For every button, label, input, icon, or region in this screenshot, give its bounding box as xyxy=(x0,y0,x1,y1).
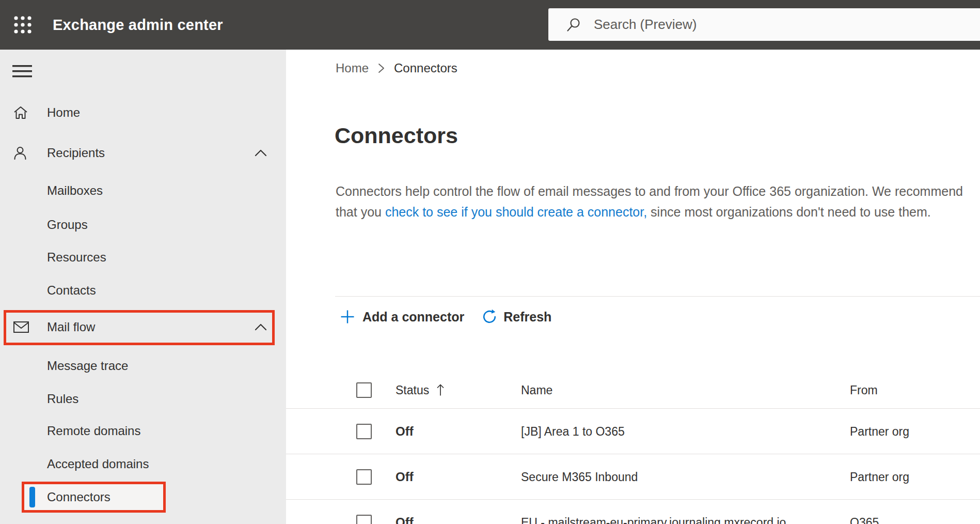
sidebar-item-message-trace[interactable]: Message trace xyxy=(0,349,286,382)
home-icon xyxy=(13,105,28,120)
row-name[interactable]: Secure M365 Inbound xyxy=(521,470,638,484)
row-checkbox[interactable] xyxy=(356,469,372,485)
row-name[interactable]: [JB] Area 1 to O365 xyxy=(521,424,625,438)
waffle-icon xyxy=(13,15,33,35)
create-connector-check-link[interactable]: check to see if you should create a conn… xyxy=(385,205,647,219)
toolbar-divider xyxy=(335,296,980,297)
breadcrumb-current: Connectors xyxy=(394,61,457,75)
sidebar-item-accepted-domains[interactable]: Accepted domains xyxy=(0,448,286,481)
row-name[interactable]: EU - mailstream-eu-primary.journaling.mx… xyxy=(521,515,786,524)
sort-ascending-icon xyxy=(436,383,445,397)
refresh-icon xyxy=(482,309,497,325)
page-description: Connectors help control the flow of emai… xyxy=(336,181,967,222)
sidebar-item-home[interactable]: Home xyxy=(0,96,286,129)
top-bar: Exchange admin center Search (Preview) xyxy=(0,0,980,50)
sidebar-item-remote-domains[interactable]: Remote domains xyxy=(0,414,286,448)
column-header-label: Status xyxy=(396,383,429,397)
sidebar: Home Recipients Mailboxes Groups Resourc… xyxy=(0,50,286,524)
hamburger-icon xyxy=(12,65,32,78)
column-header-from[interactable]: From xyxy=(850,383,878,397)
row-checkbox[interactable] xyxy=(356,424,372,439)
table-row[interactable]: Off [JB] Area 1 to O365 Partner org xyxy=(286,408,980,454)
breadcrumb-home-link[interactable]: Home xyxy=(336,61,369,75)
search-input[interactable]: Search (Preview) xyxy=(548,8,980,41)
plus-icon xyxy=(340,309,355,325)
sidebar-item-connectors[interactable]: Connectors xyxy=(0,481,286,514)
sidebar-item-label: Contacts xyxy=(0,283,96,298)
sidebar-item-recipients[interactable]: Recipients xyxy=(0,136,286,169)
row-from: Partner org xyxy=(850,470,909,484)
column-header-name[interactable]: Name xyxy=(521,383,552,397)
column-header-status[interactable]: Status xyxy=(396,383,445,397)
sidebar-item-label: Mailboxes xyxy=(0,183,103,198)
add-connector-button[interactable]: Add a connector xyxy=(340,309,464,325)
search-icon xyxy=(566,17,581,33)
app-title: Exchange admin center xyxy=(53,17,223,34)
sidebar-item-label: Home xyxy=(0,105,80,120)
row-from: Partner org xyxy=(850,424,909,438)
mail-icon xyxy=(13,321,29,333)
chevron-right-icon xyxy=(378,63,385,74)
breadcrumb: Home Connectors xyxy=(336,60,457,76)
table-header: Status Name From xyxy=(286,372,980,408)
sidebar-item-label: Remote domains xyxy=(0,424,140,438)
refresh-label: Refresh xyxy=(503,310,551,325)
chevron-up-icon[interactable] xyxy=(254,322,267,332)
sidebar-item-label: Connectors xyxy=(0,490,110,504)
sidebar-item-label: Accepted domains xyxy=(0,457,149,471)
row-from: O365 xyxy=(850,515,879,524)
page-title: Connectors xyxy=(335,123,458,148)
sidebar-item-rules[interactable]: Rules xyxy=(0,382,286,415)
sidebar-item-label: Rules xyxy=(0,392,78,406)
sidebar-item-label: Groups xyxy=(0,218,88,232)
refresh-button[interactable]: Refresh xyxy=(482,309,551,325)
chevron-up-icon[interactable] xyxy=(254,148,267,158)
main-content: Home Connectors Connectors Connectors he… xyxy=(286,50,980,524)
hamburger-menu-button[interactable] xyxy=(12,65,33,78)
sidebar-item-contacts[interactable]: Contacts xyxy=(0,274,286,307)
toolbar: Add a connector Refresh xyxy=(340,302,551,331)
sidebar-item-groups[interactable]: Groups xyxy=(0,208,286,241)
search-placeholder: Search (Preview) xyxy=(594,17,697,33)
sidebar-item-mailboxes[interactable]: Mailboxes xyxy=(0,174,286,207)
sidebar-item-mail-flow[interactable]: Mail flow xyxy=(0,311,286,344)
select-all-checkbox[interactable] xyxy=(356,382,372,398)
person-icon xyxy=(13,146,27,160)
row-status: Off xyxy=(396,424,414,439)
row-status: Off xyxy=(396,470,414,484)
add-connector-label: Add a connector xyxy=(362,310,464,325)
table-row[interactable]: Off EU - mailstream-eu-primary.journalin… xyxy=(286,499,980,524)
row-status: Off xyxy=(396,515,414,524)
app-launcher-button[interactable] xyxy=(8,10,37,39)
sidebar-item-label: Message trace xyxy=(0,359,128,373)
row-checkbox[interactable] xyxy=(356,515,372,524)
description-text-after: since most organizations don't need to u… xyxy=(647,205,931,219)
selected-indicator-bar xyxy=(29,487,35,507)
sidebar-item-label: Resources xyxy=(0,250,106,265)
sidebar-item-resources[interactable]: Resources xyxy=(0,241,286,274)
table-row[interactable]: Off Secure M365 Inbound Partner org xyxy=(286,454,980,499)
